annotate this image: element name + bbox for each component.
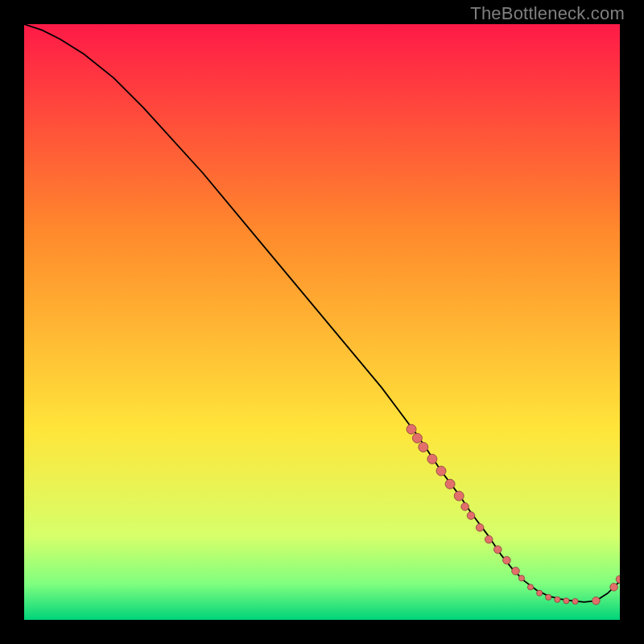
data-marker (427, 454, 437, 464)
data-marker (564, 598, 569, 604)
data-marker (572, 598, 578, 604)
gradient-background (24, 24, 620, 620)
data-marker (445, 479, 455, 489)
data-marker (467, 512, 475, 520)
data-marker (412, 433, 422, 443)
data-marker (494, 546, 502, 554)
data-marker (454, 491, 464, 501)
watermark-text: TheBottleneck.com (470, 3, 625, 24)
data-marker (419, 442, 428, 452)
data-marker (555, 597, 560, 602)
chart-svg (24, 24, 620, 620)
data-marker (518, 576, 524, 581)
data-marker (527, 584, 533, 590)
data-marker (436, 466, 446, 476)
data-marker (610, 584, 618, 592)
data-marker (546, 594, 551, 600)
data-marker (485, 535, 493, 543)
chart-frame: TheBottleneck.com (0, 0, 644, 644)
data-marker (407, 424, 416, 434)
data-marker (592, 597, 601, 605)
data-marker (461, 503, 469, 511)
data-marker (503, 556, 511, 564)
data-marker (476, 524, 484, 532)
plot-area (24, 24, 620, 620)
data-marker (537, 590, 543, 596)
data-marker (512, 568, 520, 576)
